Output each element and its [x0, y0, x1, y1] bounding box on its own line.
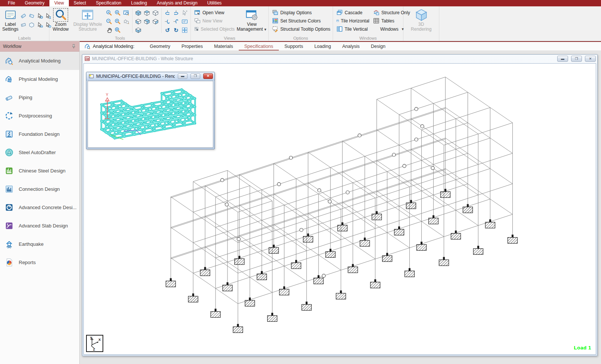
sidebar-item-advanced-slab-design[interactable]: Advanced Slab Design	[0, 217, 79, 235]
sidebar-item-steel-autodrafter[interactable]: Steel AutoDrafter	[0, 143, 79, 162]
zoom-window-button[interactable]: Zoom Window	[51, 7, 70, 35]
sidebar-item-advanced-concrete-design[interactable]: Advanced Concrete Desi...	[0, 198, 79, 217]
label-settings-button[interactable]: Label Settings	[1, 7, 19, 35]
axis-triad: Y X Z	[86, 335, 103, 352]
tab-materials[interactable]: Materials	[208, 42, 239, 51]
tab-specifications[interactable]: Specifications	[239, 42, 279, 51]
ribbon-group-views: Open View New View Selected Objects View…	[191, 6, 269, 41]
sidebar-item-piping[interactable]: Piping	[0, 88, 79, 107]
menu-tab-view[interactable]: View	[49, 0, 69, 6]
structure-viewport[interactable]: Y X Z Load 1 MUNICIPAL-OFFICE-BUILDING -…	[83, 63, 596, 355]
zoom-cancel-icon[interactable]	[115, 18, 121, 25]
rotate-right-icon[interactable]	[173, 10, 179, 16]
tab-supports[interactable]: Supports	[279, 42, 309, 51]
menu-tab-loading[interactable]: Loading	[126, 0, 152, 6]
view-left-icon[interactable]	[135, 18, 141, 25]
cascade-button[interactable]: Cascade	[335, 9, 371, 16]
close-button[interactable]: ✕	[585, 56, 596, 62]
tile-horizontal-button[interactable]: Tile Horizontal	[335, 17, 371, 25]
zoom-out-icon[interactable]	[106, 18, 112, 25]
workflow-panel-header: Workflow	[0, 41, 79, 52]
tab-geometry[interactable]: Geometry	[144, 42, 176, 51]
view-top-icon[interactable]	[144, 10, 150, 16]
display-whole-structure-button[interactable]: Display Whole Structure	[70, 7, 105, 35]
tile-vertical-button[interactable]: Tile Vertical	[335, 25, 371, 33]
view-wire-icon[interactable]	[152, 10, 159, 16]
spin-cw-icon[interactable]: ↻	[174, 27, 179, 33]
new-view-button[interactable]: New View	[192, 17, 237, 25]
rotate-up-icon[interactable]	[173, 18, 179, 25]
rotate-down-icon[interactable]	[164, 18, 171, 25]
tab-properties[interactable]: Properties	[176, 42, 208, 51]
render-close-button[interactable]: ✕	[203, 73, 213, 79]
sidebar-item-earthquake[interactable]: Earthquake	[0, 235, 79, 253]
menu-tab-utilities[interactable]: Utilities	[202, 0, 227, 6]
tile-vertical-icon	[336, 26, 343, 32]
structural-tooltip-options-button[interactable]: Structural Tooltip Options	[270, 25, 332, 33]
select-node-cursor-icon[interactable]	[37, 13, 43, 19]
tab-design[interactable]: Design	[365, 42, 391, 51]
sidebar-item-foundation-design[interactable]: Foundation Design	[0, 125, 79, 143]
selected-objects-button[interactable]: Selected Objects	[192, 25, 237, 33]
zoom-extents-icon[interactable]	[115, 10, 121, 16]
menu-tab-geometry[interactable]: Geometry	[20, 0, 49, 6]
solid-label-icon[interactable]	[28, 22, 35, 28]
physical-modeling-icon	[4, 74, 14, 84]
sidebar-item-chinese-steel-design[interactable]: Chinese Steel Design	[0, 162, 79, 180]
zoom-selection-icon[interactable]	[123, 18, 129, 25]
pin-icon[interactable]	[71, 44, 76, 49]
tab-analysis[interactable]: Analysis	[336, 42, 365, 51]
open-view-button[interactable]: Open View	[192, 9, 237, 16]
view-management-button[interactable]: View Management▼	[237, 7, 267, 35]
labels-group-title: Labels	[0, 36, 49, 40]
postprocessing-icon	[4, 111, 14, 120]
render-restore-button[interactable]: ❐	[190, 73, 200, 79]
set-structure-colors-button[interactable]: Set Structure Colors	[270, 17, 332, 25]
sidebar-item-reports[interactable]: Reports	[0, 253, 79, 272]
spin-ccw-icon[interactable]: ↺	[165, 27, 170, 33]
cascade-icon	[336, 9, 343, 16]
tab-loading[interactable]: Loading	[309, 42, 337, 51]
view-bottom-icon[interactable]	[135, 27, 141, 33]
render-minimize-button[interactable]: ▬	[178, 73, 187, 79]
menu-tab-select[interactable]: Select	[69, 0, 91, 6]
menu-tab-file[interactable]: File	[3, 0, 20, 6]
node-label-icon[interactable]	[20, 13, 27, 19]
view-front-icon[interactable]	[144, 18, 150, 25]
minimize-button[interactable]: ▬	[557, 56, 568, 62]
zoom-in-icon[interactable]	[106, 10, 112, 16]
menu-tab-analysis-and-design[interactable]: Analysis and Design	[152, 0, 202, 6]
sidebar-item-connection-design[interactable]: Connection Design	[0, 180, 79, 198]
rotate-angle-icon[interactable]: 0°	[181, 18, 188, 25]
main-window-titlebar[interactable]: MUNICIPAL-OFFICE-BUILDING - Whole Struct…	[82, 55, 597, 63]
ribbon-group-windows: Cascade Tile Horizontal Tile Vertical St…	[333, 6, 403, 41]
menu-tab-specification[interactable]: Specification	[91, 0, 126, 6]
zoom-region-icon[interactable]	[123, 10, 129, 16]
display-options-button[interactable]: Display Options	[270, 9, 332, 16]
ribbon-group-rendering: 3D Rendering	[403, 6, 439, 41]
render-window-titlebar[interactable]: MUNICIPAL-OFFICE-BUILDING - Rend... ▬ ❐ …	[86, 72, 214, 80]
select-beam-cursor-icon[interactable]	[37, 22, 43, 28]
ribbon-group-options: Display Options Set Structure Colors Str…	[269, 6, 333, 41]
sidebar-item-postprocessing[interactable]: Postprocessing	[0, 107, 79, 125]
view-right-icon[interactable]	[152, 18, 159, 25]
view-isometric-icon[interactable]	[135, 10, 141, 16]
beam-label-icon[interactable]	[28, 13, 35, 19]
structural-tooltip-options-icon	[272, 26, 278, 32]
move-view-icon[interactable]	[181, 27, 188, 33]
3d-rendering-button[interactable]: 3D Rendering	[408, 7, 435, 35]
rotate-left-icon[interactable]	[164, 10, 171, 16]
structure-only-icon	[373, 9, 379, 16]
pan-hand-icon[interactable]	[106, 27, 112, 33]
plate-label-icon[interactable]	[20, 22, 27, 28]
render-viewport[interactable]: Y	[88, 81, 213, 148]
sidebar-item-analytical-modeling[interactable]: Analytical Modeling	[0, 52, 79, 70]
render-window-icon	[89, 74, 94, 79]
pick-cursor-icon[interactable]	[181, 10, 188, 16]
context-tab-bar: Analytical Modeling: Geometry Properties…	[80, 41, 601, 51]
restore-button[interactable]: ❐	[571, 56, 582, 62]
axis-y-label: Y	[90, 336, 92, 340]
sidebar-item-physical-modeling[interactable]: Physical Modeling	[0, 70, 79, 88]
dynamic-zoom-icon[interactable]	[115, 27, 121, 33]
rendered-structure[interactable]: Y	[88, 81, 213, 147]
